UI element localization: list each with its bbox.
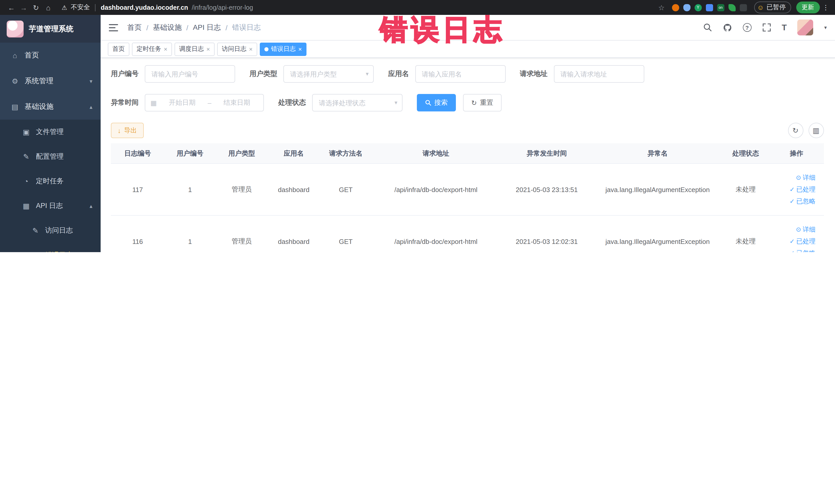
extension-icon-3[interactable]: Y <box>694 4 701 11</box>
sidebar-item-api-log[interactable]: ▦ API 日志 ▴ <box>0 194 101 218</box>
table-header-row: 日志编号 用户编号 用户类型 应用名 请求方法名 请求地址 异常发生时间 异常名… <box>111 143 824 164</box>
sidebar-item-error-log[interactable]: ✎ 错误日志 <box>0 243 101 252</box>
close-icon[interactable]: × <box>298 45 302 53</box>
tab-schedule-log[interactable]: 调度日志 × <box>175 42 215 56</box>
sidebar-item-file-management[interactable]: ▣ 文件管理 <box>0 120 101 144</box>
address-bar[interactable]: ⚠ 不安全 dashboard.yudao.iocoder.cn/infra/l… <box>62 3 655 12</box>
cell-method: GET <box>320 238 372 245</box>
check-icon: ✓ <box>790 184 795 195</box>
sidebar-item-home[interactable]: ⌂ 首页 <box>0 43 101 68</box>
header-user-id: 用户编号 <box>164 149 216 158</box>
avatar-dropdown-icon[interactable]: ▾ <box>824 25 827 30</box>
columns-grid-icon: ▥ <box>813 126 819 135</box>
refresh-table-button[interactable]: ↻ <box>788 123 803 138</box>
tab-error-log[interactable]: 错误日志 × <box>260 42 306 56</box>
help-icon[interactable]: ? <box>742 23 751 32</box>
breadcrumb: 首页 / 基础设施 / API 日志 / 错误日志 <box>127 23 261 32</box>
github-icon[interactable] <box>722 23 732 32</box>
extension-icon-7[interactable] <box>739 4 747 11</box>
config-icon: ✎ <box>22 153 31 161</box>
security-label[interactable]: 不安全 <box>71 3 90 12</box>
detail-link[interactable]: ⊙ 详细 <box>796 172 815 183</box>
cell-app-name: dashboard <box>268 238 320 245</box>
breadcrumb-error-log: 错误日志 <box>232 23 261 32</box>
breadcrumb-home[interactable]: 首页 <box>127 23 142 32</box>
search-icon[interactable] <box>703 23 712 32</box>
mark-ignored-link[interactable]: ✓ 已忽略 <box>790 196 815 207</box>
close-icon[interactable]: × <box>164 45 167 53</box>
sidebar-item-scheduled-tasks[interactable]: ◔ 定时任务 <box>0 169 101 194</box>
smiley-icon: ☺ <box>757 4 764 11</box>
sidebar: 芋道管理系统 ⌂ 首页 ⚙ 系统管理 ▾ ▤ 基础设施 ▴ ▣ 文件管理 ✎ <box>0 15 101 252</box>
tab-access-log[interactable]: 访问日志 × <box>217 42 257 56</box>
tab-scheduled-tasks[interactable]: 定时任务 × <box>132 42 172 56</box>
check-icon: ✓ <box>790 196 795 207</box>
exception-time-range-picker[interactable]: ▦ 开始日期 – 结束日期 <box>145 94 264 112</box>
extension-icon-2[interactable] <box>683 4 690 11</box>
cell-exception-time: 2021-05-03 12:02:31 <box>500 238 593 245</box>
column-settings-button[interactable]: ▥ <box>808 123 824 138</box>
bookmark-star-icon[interactable]: ☆ <box>658 3 665 12</box>
chevron-up-icon: ▴ <box>89 203 93 209</box>
user-type-select[interactable] <box>283 65 374 83</box>
end-date-placeholder: 结束日期 <box>216 98 258 107</box>
breadcrumb-api-log[interactable]: API 日志 <box>193 23 221 32</box>
cell-user-type: 管理员 <box>216 237 268 246</box>
mark-processed-link[interactable]: ✓ 已处理 <box>790 184 815 195</box>
sidebar-item-config-management[interactable]: ✎ 配置管理 <box>0 144 101 169</box>
user-id-label: 用户编号 <box>111 69 139 79</box>
extensions-area: Y on <box>672 4 747 11</box>
close-icon[interactable]: × <box>206 45 210 53</box>
refresh-icon: ↻ <box>792 126 798 135</box>
sidebar-item-system-management[interactable]: ⚙ 系统管理 ▾ <box>0 68 101 94</box>
update-button[interactable]: 更新 <box>796 2 820 13</box>
eye-icon: ⊙ <box>796 172 801 183</box>
request-url-input[interactable] <box>554 65 644 83</box>
app-name-input[interactable] <box>415 65 505 83</box>
reload-icon[interactable]: ↻ <box>30 3 42 12</box>
hamburger-icon[interactable] <box>109 22 119 33</box>
extension-icon-5[interactable]: on <box>717 4 724 11</box>
check-icon: ✓ <box>790 248 795 252</box>
api-log-icon: ▦ <box>22 202 31 210</box>
error-log-page: 用户编号 用户类型 ▾ 应用名 <box>101 58 835 252</box>
search-button[interactable]: 搜索 <box>417 94 456 112</box>
cell-process-status: 未处理 <box>722 185 770 194</box>
home-icon: ⌂ <box>10 52 20 60</box>
extension-icon-4[interactable] <box>706 4 713 11</box>
detail-link[interactable]: ⊙ 详细 <box>796 224 815 235</box>
user-type-label: 用户类型 <box>249 69 277 79</box>
url-path: /infra/log/api-error-log <box>192 4 253 11</box>
avatar[interactable] <box>797 20 813 36</box>
timer-icon: ◔ <box>22 177 31 185</box>
browser-home-icon[interactable]: ⌂ <box>42 3 55 12</box>
back-icon[interactable]: ← <box>5 3 18 12</box>
cell-user-id: 1 <box>164 186 216 193</box>
tab-home[interactable]: 首页 <box>108 42 129 56</box>
sidebar-item-access-log[interactable]: ✎ 访问日志 <box>0 218 101 243</box>
cell-exception-name: java.lang.IllegalArgumentException <box>593 186 722 193</box>
user-id-input[interactable] <box>145 65 235 83</box>
browser-menu-icon[interactable]: ⋮ <box>822 4 830 11</box>
export-button[interactable]: ↓ 导出 <box>111 123 143 138</box>
font-size-icon[interactable]: T <box>781 23 787 32</box>
forward-icon[interactable]: → <box>18 3 30 12</box>
reset-button[interactable]: ↻ 重置 <box>463 94 502 112</box>
process-status-select[interactable] <box>312 94 403 112</box>
extension-icon-6[interactable] <box>728 4 735 11</box>
close-icon[interactable]: × <box>249 45 252 53</box>
logo-title: 芋道管理系统 <box>29 24 74 34</box>
tags-view-bar: 首页 定时任务 × 调度日志 × 访问日志 × 错误日志 × <box>101 41 835 58</box>
fullscreen-icon[interactable] <box>762 23 771 32</box>
header-exception-time: 异常发生时间 <box>500 149 593 158</box>
header-exception-name: 异常名 <box>593 149 722 158</box>
logo[interactable]: 芋道管理系统 <box>0 15 101 43</box>
paused-badge[interactable]: ☺ 已暂停 <box>754 2 791 13</box>
breadcrumb-infrastructure[interactable]: 基础设施 <box>153 23 182 32</box>
extension-icon-1[interactable] <box>672 4 679 11</box>
sidebar-item-infrastructure[interactable]: ▤ 基础设施 ▴ <box>0 94 101 120</box>
cell-actions: ⊙ 详细 ✓ 已处理 ✓ 已忽略 <box>770 172 824 207</box>
mark-processed-link[interactable]: ✓ 已处理 <box>790 236 815 247</box>
process-status-label: 处理状态 <box>278 98 306 107</box>
mark-ignored-link[interactable]: ✓ 已忽略 <box>790 248 815 252</box>
